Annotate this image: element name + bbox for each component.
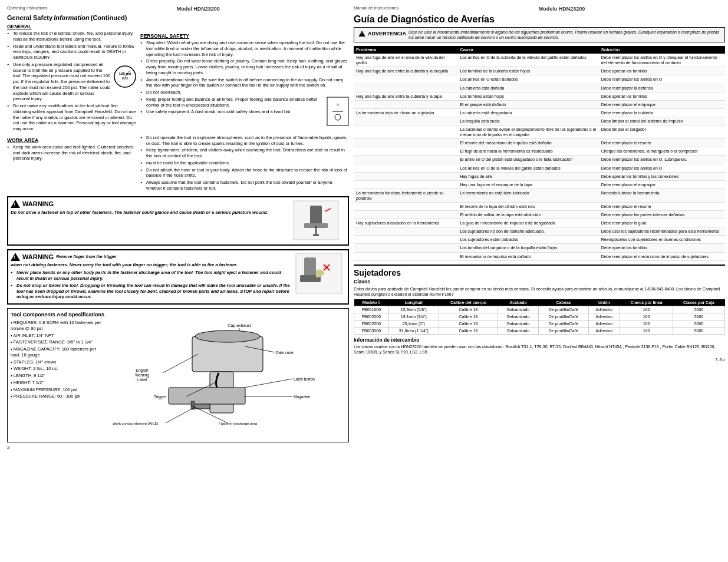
table-cell-problema: La herramienta deja de clavar un sujetad… bbox=[354, 108, 457, 117]
table-cell-causa: Los anillos en O de la cubierta de la vá… bbox=[457, 54, 598, 67]
table-row: Hay sujetadores atascados en la herramie… bbox=[354, 219, 725, 227]
clavos-cell: FB001600 bbox=[354, 306, 389, 313]
guia-title: Guía de Diagnóstico de Averías bbox=[354, 14, 725, 25]
clavos-cell: 5000 bbox=[673, 313, 724, 320]
clavos-cell: 100 bbox=[620, 313, 673, 320]
spec-height: • HEIGHT: 7 1/2" bbox=[11, 380, 105, 386]
clavos-col-caja: Clavos por Caja bbox=[673, 299, 724, 306]
table-cell-causa: La guía del mecanismo de impulso está de… bbox=[457, 219, 598, 227]
clavos-cell: 5000 bbox=[673, 306, 724, 313]
clavos-thead: Modelo # Longitud Calibre del cuerpo Aca… bbox=[354, 299, 725, 306]
table-cell-causa: Hay fugas de aire bbox=[457, 172, 598, 180]
table-cell-solucion: Debe reemplazar el resorte bbox=[599, 139, 725, 147]
clavos-cell: 19,1mm (3/4") bbox=[388, 313, 439, 320]
warning-1-text: Do not drive a fastener on top of other … bbox=[11, 210, 289, 216]
table-cell-causa: El empaque está dañado bbox=[457, 100, 598, 108]
clavos-cell: Calibre 18 bbox=[439, 320, 498, 327]
spec-air-inlet: • AIR INLET: 1/4" NPT bbox=[11, 333, 105, 339]
table-row: La herramienta deja de clavar un sujetad… bbox=[354, 108, 725, 117]
table-cell-solucion: Debe limpiar el canal del sistema de imp… bbox=[599, 117, 725, 125]
clavos-cell: 25,4mm (1") bbox=[388, 320, 439, 327]
personal-safety-col: PERSONAL SAFETY Stay alert. Watch what y… bbox=[140, 31, 349, 133]
table-cell-solucion: Debe reemplazar los anillos en O. Lubriq… bbox=[599, 156, 725, 164]
specs-list: • REQUIRES: 0.8 SCFM with 10 fasteners p… bbox=[11, 320, 105, 399]
table-cell-problema: Hay una fuga de aire entre la cubierta y… bbox=[354, 67, 457, 75]
tool-diagram: Cap exhaust bbox=[110, 320, 345, 439]
wa-bullet-1: Keep the work area clean and well lighte… bbox=[7, 144, 137, 161]
warning-2-bullets: Never place hands or any other body part… bbox=[11, 270, 292, 300]
svg-text:English: English bbox=[136, 368, 149, 373]
table-row: El mecanismo de impulso está dañadoDebe … bbox=[354, 252, 725, 260]
work-area-list: Keep the work area clean and well lighte… bbox=[7, 144, 137, 161]
col-causa: Causa bbox=[457, 46, 598, 54]
section-title-info: Information bbox=[54, 14, 90, 21]
svg-text:Warning: Warning bbox=[135, 373, 149, 378]
ps-bullet-3: Avoid unintentional starting. Be sure th… bbox=[140, 77, 349, 89]
clavos-table: Modelo # Longitud Calibre del cuerpo Aca… bbox=[354, 299, 725, 335]
warning-2-title: WARNING bbox=[22, 253, 54, 260]
sujetadores-title: Sujetadores bbox=[354, 265, 725, 277]
tool-diagram-svg: Cap exhaust bbox=[110, 320, 334, 438]
intercambio-text: Los clavos usados con la HDN23200 tambié… bbox=[354, 344, 725, 355]
general-content: To reduce the risk of electrical shock, … bbox=[7, 31, 349, 133]
intercambio-title: Información de intercambio bbox=[354, 337, 725, 343]
svg-text:Work contact element (WCE): Work contact element (WCE) bbox=[113, 422, 159, 425]
clavos-cell: Galvanizado bbox=[498, 313, 539, 320]
clavos-col-union: Unión bbox=[588, 299, 620, 306]
table-cell-problema bbox=[354, 100, 457, 108]
personal-safety-label: PERSONAL SAFETY bbox=[140, 33, 349, 39]
table-cell-problema bbox=[354, 172, 457, 180]
psr-bullet-5: Always assume that the tool contains fas… bbox=[140, 180, 349, 191]
table-cell-causa: Hay una fuga en el empaque de la tapa bbox=[457, 180, 598, 189]
table-cell-solucion: Debe apretar los tornillos y las conexio… bbox=[599, 172, 725, 180]
table-cell-causa: La suciedad o daños evitan el desplazami… bbox=[457, 125, 598, 139]
table-row: La boquilla está suciaDebe limpiar el ca… bbox=[354, 117, 725, 125]
svg-rect-9 bbox=[310, 206, 322, 226]
table-cell-solucion: Debe limpiar el cargador bbox=[599, 125, 725, 139]
clavos-cell: Galvanizado bbox=[498, 320, 539, 327]
spec-magazine: • MAGAZINE CAPACITY: 100 fasteners per l… bbox=[11, 346, 105, 358]
spec-staples: • STAPLES: 1/4" crown bbox=[11, 359, 105, 365]
table-cell-causa: El resorte de la tapa del cilindro está … bbox=[457, 202, 598, 210]
warning-2-bullet-2: Do not drop or throw the tool. Dropping … bbox=[11, 283, 292, 300]
table-row: Hay fugas de aireDebe apretar los tornil… bbox=[354, 172, 725, 180]
clavos-cell: Adhesivo bbox=[588, 306, 620, 313]
diagnostico-header-row: Problema Causa Solución bbox=[354, 46, 725, 54]
left-column: Operating Instructions Model HDN23200 Ge… bbox=[7, 6, 349, 556]
clavos-cell: FB002000 bbox=[354, 313, 389, 320]
table-cell-causa: La herramienta no está bien lubricada bbox=[457, 189, 598, 202]
table-row: La herramienta funciona lentamente o pie… bbox=[354, 189, 725, 202]
warning-1-title: WARNING bbox=[22, 200, 54, 207]
advertencia-text: Deje de usar la herramienta inmediatamen… bbox=[409, 29, 722, 40]
ps-bullet-2: Dress properly. Do not wear loose clothi… bbox=[140, 58, 349, 75]
general-label: GENERAL bbox=[7, 24, 349, 29]
clavos-col-longitud: Longitud bbox=[388, 299, 439, 306]
right-model-title: Modelo HDN23200 bbox=[398, 6, 725, 12]
svg-text:⚖: ⚖ bbox=[337, 103, 340, 106]
table-cell-solucion: Debe reemplazar las partes internas daña… bbox=[599, 211, 725, 219]
warning-box-1: WARNING Do not drive a fastener on top o… bbox=[7, 196, 349, 246]
table-cell-solucion: Debe reemplazar el empaque bbox=[599, 100, 725, 108]
diagnostico-thead: Problema Causa Solución bbox=[354, 46, 725, 54]
col-solucion: Solución bbox=[599, 46, 725, 54]
diagnostico-table: Problema Causa Solución Hay una fuga de … bbox=[354, 46, 725, 260]
advertencia-label: ADVERTENCIA bbox=[357, 29, 406, 38]
clavos-cell: 15,9mm (5/8") bbox=[388, 306, 439, 313]
table-row: Los anillos en O están dañadosDebe reemp… bbox=[354, 75, 725, 84]
clavos-cell: FB002500 bbox=[354, 320, 389, 327]
clavos-cell: Galvanizado bbox=[498, 306, 539, 313]
spec-length: • LENGTH: 9 1/2" bbox=[11, 373, 105, 379]
table-cell-solucion: Debe apretar los tornillos bbox=[599, 92, 725, 100]
tool-components-title: Tool Components And Specifications bbox=[11, 312, 345, 318]
table-row: Los sujetadores están dobladosReemplácel… bbox=[354, 236, 725, 244]
general-bullet-4: Do not make any modifications to the too… bbox=[7, 103, 137, 132]
table-cell-causa: La boquilla está sucia bbox=[457, 117, 598, 125]
table-cell-problema bbox=[354, 117, 457, 125]
table-row: Hay una fuga de aire entre la cubierta y… bbox=[354, 92, 725, 100]
table-row: La cubierta está dañadaDebe reemplazar l… bbox=[354, 84, 725, 92]
spec-weight: • WEIGHT: 2 lbs., 10 oz. bbox=[11, 366, 105, 372]
general-bullet-1: To reduce the risk of electrical shock, … bbox=[7, 31, 137, 42]
table-cell-problema bbox=[354, 156, 457, 164]
section-header: General Safety Information (Continued) bbox=[7, 14, 349, 21]
svg-text:Date code: Date code bbox=[276, 351, 294, 355]
